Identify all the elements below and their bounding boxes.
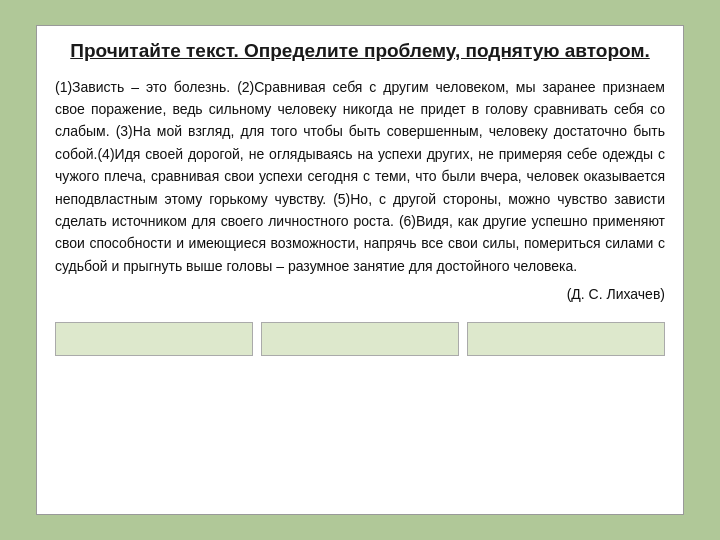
main-card: Прочитайте текст. Определите проблему, п… — [36, 25, 684, 515]
page-background: Прочитайте текст. Определите проблему, п… — [0, 0, 720, 540]
answer-box-2[interactable] — [261, 322, 459, 356]
body-text: (1)Зависть – это болезнь. (2)Сравнивая с… — [55, 76, 665, 278]
text-section: (1)Зависть – это болезнь. (2)Сравнивая с… — [37, 70, 683, 314]
author-text: (Д. С. Лихачев) — [55, 283, 665, 305]
answer-boxes-row — [37, 314, 683, 370]
title-section: Прочитайте текст. Определите проблему, п… — [37, 26, 683, 70]
answer-box-3[interactable] — [467, 322, 665, 356]
page-title: Прочитайте текст. Определите проблему, п… — [55, 38, 665, 64]
answer-box-1[interactable] — [55, 322, 253, 356]
